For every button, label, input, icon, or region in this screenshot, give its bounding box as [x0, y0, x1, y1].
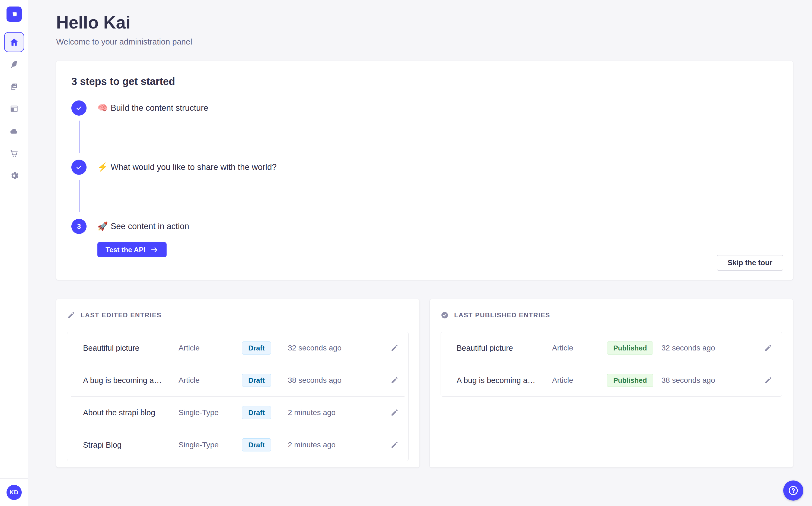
- edit-entry-button[interactable]: [764, 344, 772, 352]
- last-published-table: Beautiful picture Article Published 32 s…: [440, 332, 782, 397]
- entry-title: Beautiful picture: [83, 344, 179, 353]
- step-3-text: See content in action: [111, 222, 189, 231]
- pencil-icon: [390, 441, 399, 449]
- gear-icon: [9, 171, 19, 180]
- step-see-content-in-action: 3 🚀See content in action Test the API: [71, 219, 778, 257]
- step-2-text: What would you like to share with the wo…: [111, 162, 277, 172]
- arrow-right-icon: [150, 246, 159, 254]
- zap-emoji: ⚡: [97, 162, 108, 172]
- status-badge: Draft: [242, 406, 271, 419]
- pencil-icon: [390, 344, 399, 352]
- edit-entry-button[interactable]: [764, 376, 772, 385]
- entry-time: 32 seconds ago: [662, 344, 764, 352]
- table-row[interactable]: A bug is becoming a… Article Draft 38 se…: [67, 364, 408, 396]
- entry-type: Article: [552, 376, 599, 385]
- strapi-logo[interactable]: [6, 6, 22, 22]
- entry-title: Strapi Blog: [83, 441, 179, 449]
- entry-type: Single-Type: [179, 441, 225, 449]
- strapi-logo-icon: [10, 10, 18, 18]
- status-badge: Published: [607, 374, 653, 387]
- sidebar-item-settings[interactable]: [0, 165, 28, 187]
- last-edited-title: LAST EDITED ENTRIES: [81, 311, 162, 319]
- pencil-icon: [764, 376, 772, 385]
- table-row[interactable]: Beautiful picture Article Published 32 s…: [441, 332, 782, 364]
- last-edited-header: LAST EDITED ENTRIES: [67, 311, 409, 319]
- entry-time: 38 seconds ago: [288, 376, 390, 385]
- status-badge: Draft: [242, 438, 271, 451]
- sidebar-footer: KD: [0, 478, 28, 506]
- entry-title: A bug is becoming a…: [456, 376, 552, 385]
- status-badge: Draft: [242, 374, 271, 387]
- status-badge: Draft: [242, 341, 271, 354]
- entry-type: Single-Type: [179, 408, 225, 417]
- sidebar: KD: [0, 0, 28, 506]
- pencil-icon: [390, 409, 399, 417]
- images-icon: [9, 82, 19, 91]
- entry-title: A bug is becoming a…: [83, 376, 179, 385]
- last-edited-table: Beautiful picture Article Draft 32 secon…: [67, 332, 409, 461]
- pencil-icon: [390, 376, 399, 385]
- avatar[interactable]: KD: [6, 485, 22, 500]
- page-title: Hello Kai: [56, 14, 793, 32]
- entry-time: 32 seconds ago: [288, 344, 390, 352]
- entry-title: About the strapi blog: [83, 408, 179, 417]
- step-build-content-structure: 🧠Build the content structure: [71, 100, 778, 160]
- page-subtitle: Welcome to your administration panel: [56, 37, 793, 47]
- pencil-icon: [67, 311, 75, 319]
- table-row[interactable]: About the strapi blog Single-Type Draft …: [67, 397, 408, 429]
- step-2-label[interactable]: ⚡What would you like to share with the w…: [97, 160, 277, 175]
- cloud-icon: [9, 126, 19, 136]
- layout-icon: [9, 104, 19, 113]
- entry-type: Article: [179, 376, 225, 385]
- step-3-label[interactable]: 🚀See content in action: [97, 219, 189, 234]
- step-1-check-circle: [71, 100, 87, 116]
- edit-entry-button[interactable]: [390, 409, 399, 417]
- test-api-button[interactable]: Test the API: [97, 242, 167, 257]
- step-3-number-circle: 3: [71, 219, 87, 234]
- entry-time: 2 minutes ago: [288, 408, 390, 417]
- check-icon: [76, 164, 83, 171]
- sidebar-item-marketplace[interactable]: [0, 142, 28, 165]
- pencil-icon: [764, 344, 772, 352]
- table-row[interactable]: Beautiful picture Article Draft 32 secon…: [67, 332, 408, 364]
- sidebar-item-home[interactable]: [0, 31, 28, 53]
- onboarding-steps: 🧠Build the content structure ⚡What would…: [71, 100, 778, 257]
- entry-title: Beautiful picture: [456, 344, 552, 353]
- question-icon: [788, 485, 799, 496]
- step-1-label[interactable]: 🧠Build the content structure: [97, 100, 208, 116]
- last-published-header: LAST PUBLISHED ENTRIES: [440, 311, 782, 319]
- step-share-with-world: ⚡What would you like to share with the w…: [71, 160, 778, 219]
- last-published-title: LAST PUBLISHED ENTRIES: [454, 311, 550, 319]
- home-icon: [9, 37, 19, 47]
- sidebar-item-deploy[interactable]: [0, 120, 28, 142]
- home-active-indicator: [4, 32, 24, 52]
- edit-entry-button[interactable]: [390, 344, 399, 352]
- brain-emoji: 🧠: [97, 103, 108, 113]
- entry-type: Article: [552, 344, 599, 352]
- test-api-button-label: Test the API: [106, 246, 145, 254]
- edit-entry-button[interactable]: [390, 376, 399, 385]
- main-content: Hello Kai Welcome to your administration…: [28, 0, 812, 506]
- sidebar-item-content-manager[interactable]: [0, 53, 28, 76]
- entry-time: 38 seconds ago: [662, 376, 764, 385]
- last-published-card: LAST PUBLISHED ENTRIES Beautiful picture…: [430, 299, 793, 468]
- check-circle-icon: [440, 311, 449, 319]
- sidebar-item-content-type-builder[interactable]: [0, 98, 28, 120]
- onboarding-card: 3 steps to get started 🧠Build the conten…: [56, 61, 793, 280]
- table-row[interactable]: A bug is becoming a… Article Published 3…: [441, 364, 782, 396]
- status-badge: Published: [607, 341, 653, 354]
- step-2-check-circle: [71, 160, 87, 175]
- onboarding-title: 3 steps to get started: [71, 76, 778, 87]
- table-row[interactable]: Strapi Blog Single-Type Draft 2 minutes …: [67, 429, 408, 461]
- entry-time: 2 minutes ago: [288, 441, 390, 449]
- entries-row: LAST EDITED ENTRIES Beautiful picture Ar…: [56, 299, 793, 468]
- feather-icon: [9, 60, 19, 69]
- help-button[interactable]: [783, 481, 803, 501]
- check-icon: [76, 104, 83, 111]
- edit-entry-button[interactable]: [390, 441, 399, 449]
- skip-tour-button[interactable]: Skip the tour: [717, 255, 783, 271]
- sidebar-item-media-library[interactable]: [0, 76, 28, 98]
- last-edited-card: LAST EDITED ENTRIES Beautiful picture Ar…: [56, 299, 419, 468]
- step-1-text: Build the content structure: [111, 103, 208, 113]
- sidebar-nav: [0, 31, 28, 187]
